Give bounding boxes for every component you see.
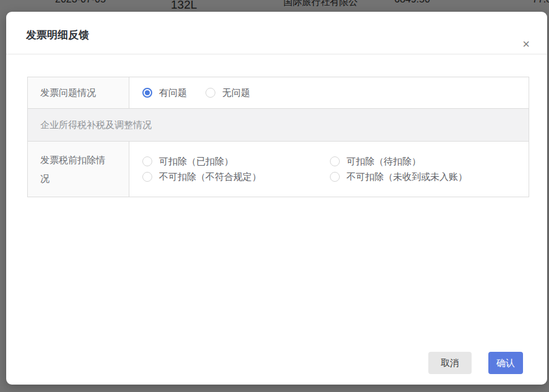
radio-label: 可扣除（已扣除）	[159, 156, 233, 168]
radio-icon[interactable]	[142, 88, 152, 98]
radio-icon[interactable]	[330, 156, 340, 166]
radio-label: 有问题	[159, 87, 187, 99]
row-invoice-problem: 发票问题情况 有问题 无问题	[28, 77, 529, 109]
radio-no-problem[interactable]: 无问题	[205, 87, 250, 99]
radio-icon[interactable]	[330, 172, 340, 182]
radio-label: 可扣除（待扣除）	[347, 156, 421, 168]
invoice-detail-feedback-modal: 发票明细反馈 × 发票问题情况 有问题 无问题 企业所得	[6, 12, 547, 385]
radio-icon[interactable]	[142, 156, 152, 166]
cancel-button[interactable]: 取消	[428, 352, 472, 374]
pretax-deduction-options: 可扣除（已扣除） 可扣除（待扣除） 不可扣除（不符合规定） 不可扣除（	[129, 142, 529, 197]
radio-nondeductible-not-received[interactable]: 不可扣除（未收到或未入账）	[330, 171, 467, 183]
deduction-options-grid: 可扣除（已扣除） 可扣除（待扣除） 不可扣除（不符合规定） 不可扣除（	[142, 156, 467, 183]
section-header-corporate-income-tax: 企业所得税补税及调整情况	[28, 109, 529, 142]
modal-title: 发票明细反馈	[26, 24, 89, 42]
radio-deductible-pending[interactable]: 可扣除（待扣除）	[330, 156, 449, 168]
close-icon[interactable]: ×	[522, 38, 530, 50]
invoice-problem-label: 发票问题情况	[28, 77, 129, 108]
radio-label: 不可扣除（未收到或未入账）	[347, 171, 467, 183]
confirm-button[interactable]: 确认	[488, 352, 523, 374]
modal-body: 发票问题情况 有问题 无问题 企业所得税补税及调整情况 发票税前扣除情况	[6, 54, 547, 197]
modal-header: 发票明细反馈 ×	[6, 12, 547, 54]
invoice-problem-options: 有问题 无问题	[129, 77, 529, 108]
radio-deductible-deducted[interactable]: 可扣除（已扣除）	[142, 156, 311, 168]
pretax-deduction-label: 发票税前扣除情况	[28, 142, 129, 197]
radio-label: 不可扣除（不符合规定）	[159, 171, 261, 183]
radio-icon[interactable]	[142, 172, 152, 182]
modal-footer: 取消 确认	[428, 352, 523, 374]
feedback-form-table: 发票问题情况 有问题 无问题 企业所得税补税及调整情况 发票税前扣除情况	[27, 77, 529, 197]
radio-icon[interactable]	[205, 88, 215, 98]
row-pretax-deduction: 发票税前扣除情况 可扣除（已扣除） 可扣除（待扣除） 不	[28, 142, 529, 197]
radio-nondeductible-noncompliant[interactable]: 不可扣除（不符合规定）	[142, 171, 311, 183]
radio-label: 无问题	[222, 87, 250, 99]
radio-has-problem[interactable]: 有问题	[142, 87, 187, 99]
